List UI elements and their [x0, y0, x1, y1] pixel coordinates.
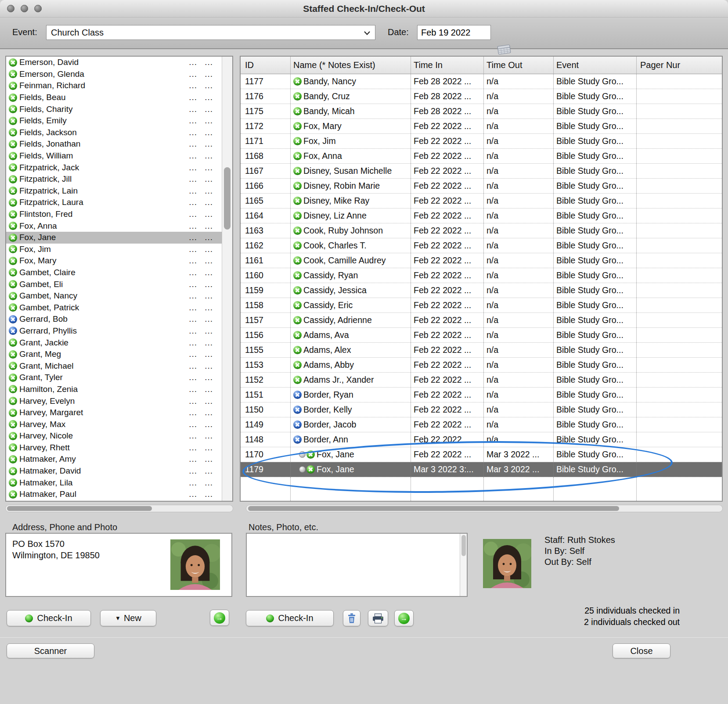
table-row[interactable]: 1156Adams, AvaFeb 22 2022 ...n/aBible St…	[241, 328, 722, 343]
detail-button[interactable]: ...	[189, 408, 197, 417]
detail-button[interactable]: ...	[205, 81, 213, 90]
people-list-hscrollbar[interactable]	[5, 505, 233, 512]
detail-button[interactable]: ...	[189, 221, 197, 231]
detail-button[interactable]: ...	[205, 478, 213, 488]
list-item[interactable]: Fitzpatrick, Laura......	[6, 197, 232, 208]
detail-button[interactable]: ...	[189, 361, 197, 371]
column-header-time-out[interactable]: Time Out	[484, 57, 554, 74]
detail-button[interactable]: ...	[205, 420, 213, 429]
table-row[interactable]: 1162Cook, Charles T.Feb 22 2022 ...n/aBi…	[241, 238, 722, 253]
list-item[interactable]: Gambet, Nancy......	[6, 290, 232, 302]
detail-button[interactable]: ...	[189, 174, 197, 184]
detail-button[interactable]: ...	[205, 454, 213, 464]
detail-button[interactable]: ...	[205, 256, 213, 266]
detail-button[interactable]: ...	[189, 314, 197, 324]
list-item[interactable]: Gerrard, Bob......	[6, 313, 232, 325]
detail-button[interactable]: ...	[189, 163, 197, 172]
table-row[interactable]: 1157Cassidy, AdrienneFeb 22 2022 ...n/aB…	[241, 313, 722, 328]
list-item[interactable]: Fields, Jackson......	[6, 127, 232, 139]
table-row[interactable]: 1176Bandy, CruzFeb 28 2022 ...n/aBible S…	[241, 89, 722, 104]
detail-button[interactable]: ...	[205, 361, 213, 371]
list-item[interactable]: Feinman, Richard......	[6, 80, 232, 92]
detail-button[interactable]: ...	[205, 57, 213, 67]
check-in-button-right[interactable]: Check-In	[246, 610, 334, 626]
list-item[interactable]: Harvey, Nicole......	[6, 430, 232, 442]
detail-button[interactable]: ...	[189, 198, 197, 207]
list-item[interactable]: Grant, Meg......	[6, 348, 232, 360]
detail-button[interactable]: ...	[205, 303, 213, 312]
table-row[interactable]: 1161Cook, Camille AudreyFeb 22 2022 ...n…	[241, 253, 722, 268]
table-row[interactable]: 1172Fox, MaryFeb 22 2022 ...n/aBible Stu…	[241, 119, 722, 134]
list-item[interactable]: Fitzpatrick, Lain......	[6, 185, 232, 197]
table-row[interactable]: 1175Bandy, MicahFeb 28 2022 ...n/aBible …	[241, 104, 722, 119]
table-row[interactable]: 1168Fox, AnnaFeb 22 2022 ...n/aBible Stu…	[241, 149, 722, 164]
detail-button[interactable]: ...	[205, 233, 213, 242]
detail-button[interactable]: ...	[205, 93, 213, 102]
scanner-button[interactable]: Scanner	[7, 643, 94, 658]
detail-button[interactable]: ...	[205, 338, 213, 348]
detail-button[interactable]: ...	[205, 104, 213, 114]
table-row[interactable]: 1158Cassidy, EricFeb 22 2022 ...n/aBible…	[241, 298, 722, 313]
list-item[interactable]: Hatmaker, David......	[6, 465, 232, 477]
table-row[interactable]: 1164Disney, Liz AnneFeb 22 2022 ...n/aBi…	[241, 208, 722, 223]
column-header-time-in[interactable]: Time In	[411, 57, 484, 74]
table-row[interactable]: 1171Fox, JimFeb 22 2022 ...n/aBible Stud…	[241, 134, 722, 149]
detail-button[interactable]: ...	[189, 373, 197, 382]
detail-button[interactable]: ...	[205, 373, 213, 382]
detail-button[interactable]: ...	[205, 69, 213, 79]
detail-button[interactable]: ...	[189, 280, 197, 289]
detail-button[interactable]: ...	[205, 314, 213, 324]
table-row[interactable]: 1167Disney, Susan MichelleFeb 22 2022 ..…	[241, 164, 722, 179]
detail-button[interactable]: ...	[189, 209, 197, 219]
detail-button[interactable]: ...	[205, 151, 213, 161]
list-item[interactable]: Fields, Emily......	[6, 115, 232, 127]
list-item[interactable]: Flintston, Fred......	[6, 208, 232, 220]
detail-button[interactable]: ...	[189, 128, 197, 137]
detail-button[interactable]: ...	[189, 420, 197, 429]
detail-button[interactable]: ...	[205, 489, 213, 499]
list-item[interactable]: Harvey, Rhett......	[6, 442, 232, 454]
scrollbar-thumb[interactable]	[248, 506, 619, 511]
column-header-name[interactable]: Name (* Notes Exist)	[291, 57, 411, 74]
table-row[interactable]: 1149Border, JacobFeb 22 2022 ...n/aBible…	[241, 417, 722, 432]
list-item[interactable]: Fox, Anna......	[6, 220, 232, 232]
list-item[interactable]: Grant, Tyler......	[6, 372, 232, 384]
close-button[interactable]: Close	[613, 643, 670, 658]
list-item[interactable]: Harvey, Evelyn......	[6, 395, 232, 407]
detail-button[interactable]: ...	[205, 408, 213, 417]
detail-button[interactable]: ...	[205, 139, 213, 149]
detail-button[interactable]: ...	[205, 198, 213, 207]
detail-button[interactable]: ...	[189, 233, 197, 242]
detail-button[interactable]: ...	[189, 454, 197, 464]
table-row[interactable]: 1159Cassidy, JessicaFeb 22 2022 ...n/aBi…	[241, 283, 722, 298]
list-item[interactable]: Emerson, Glenda......	[6, 68, 232, 80]
detail-button[interactable]: ...	[205, 186, 213, 196]
table-row[interactable]: 1148Border, AnnFeb 22 2022n/aBible Study…	[241, 432, 722, 447]
list-item[interactable]: Hatmaker, Paul......	[6, 488, 232, 500]
detail-button[interactable]: ...	[205, 443, 213, 453]
scrollbar-thumb[interactable]	[461, 535, 466, 556]
detail-button[interactable]: ...	[205, 466, 213, 476]
column-header-pager[interactable]: Pager Nur	[637, 57, 722, 74]
detail-button[interactable]: ...	[205, 268, 213, 277]
detail-button[interactable]: ...	[205, 174, 213, 184]
list-item[interactable]: Hamilton, Zenia......	[6, 384, 232, 395]
table-row[interactable]: 1150Border, KellyFeb 22 2022 ...n/aBible…	[241, 402, 722, 417]
calendar-icon[interactable]	[497, 43, 511, 56]
list-item[interactable]: Fox, Jane......	[6, 232, 232, 244]
notes-field[interactable]	[246, 533, 468, 597]
list-item[interactable]: Fox, Jim......	[6, 244, 232, 255]
detail-button[interactable]: ...	[189, 431, 197, 441]
table-row[interactable]: 1160Cassidy, RyanFeb 22 2022 ...n/aBible…	[241, 268, 722, 283]
list-item[interactable]: Emerson, David......	[6, 57, 232, 68]
column-header-event[interactable]: Event	[554, 57, 637, 74]
list-item[interactable]: Gambet, Eli......	[6, 278, 232, 290]
new-button[interactable]: ▼ New	[100, 610, 156, 626]
go-arrow-button-left[interactable]: →	[210, 610, 229, 626]
table-row[interactable]: 1152Adams Jr., XanderFeb 22 2022 ...n/aB…	[241, 373, 722, 388]
detail-button[interactable]: ...	[189, 104, 197, 114]
detail-button[interactable]: ...	[189, 443, 197, 453]
detail-button[interactable]: ...	[189, 326, 197, 336]
detail-button[interactable]: ...	[205, 163, 213, 172]
list-item[interactable]: Fields, William......	[6, 150, 232, 162]
